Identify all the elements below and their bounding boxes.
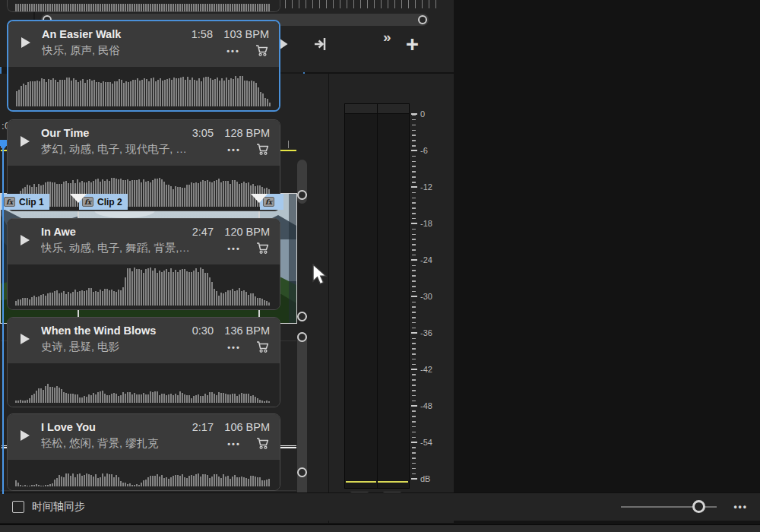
stock-track-card-partial[interactable] <box>7 0 280 12</box>
panel-overflow-button[interactable]: » <box>383 29 391 46</box>
meter-scale-row: dB <box>411 473 430 484</box>
fx-badge[interactable]: fx <box>263 197 274 207</box>
play-track-button[interactable] <box>21 235 30 245</box>
meter-major-tick <box>411 405 417 407</box>
add-to-cart-button[interactable] <box>250 143 270 156</box>
meter-major-tick <box>411 150 417 151</box>
add-to-cart-button[interactable] <box>250 437 270 450</box>
add-to-cart-button[interactable] <box>249 44 269 57</box>
track-waveform[interactable] <box>8 0 280 12</box>
meter-scale-label: dB <box>420 474 430 483</box>
cart-icon <box>256 242 270 255</box>
track-bpm: 106 BPM <box>214 421 270 433</box>
meter-scale-row: -30 <box>411 291 432 302</box>
audio-meter-panel: 0-6-12-18-24-30-36-42-48-54dB S S <box>329 74 454 523</box>
track-waveform[interactable] <box>8 363 280 407</box>
meter-clip-indicator-left[interactable] <box>345 104 377 113</box>
track-waveform[interactable] <box>8 67 279 110</box>
scrollbar-handle-icon[interactable] <box>297 467 307 477</box>
stock-track-card[interactable]: I Love You 2:17 106 BPM 轻松, 悠闲, 背景, 缪扎克 … <box>7 413 280 491</box>
go-to-out-button[interactable] <box>304 30 337 58</box>
add-button[interactable]: + <box>406 32 419 57</box>
track-tags: 快乐, 原声, 民俗 <box>42 43 217 58</box>
meter-floor-left <box>346 481 376 483</box>
meter-major-tick <box>411 332 417 334</box>
track-tags: 梦幻, 动感, 电子, 现代电子, … <box>41 142 218 157</box>
meter-scale-label: -42 <box>420 365 432 374</box>
meter-scale-row: -54 <box>411 437 432 448</box>
meter-major-tick <box>411 113 417 115</box>
track-card-header: An Easier Walk 1:58 103 BPM 快乐, 原声, 民俗 •… <box>8 21 279 67</box>
add-to-cart-button[interactable] <box>250 242 270 255</box>
play-track-button[interactable] <box>21 37 30 48</box>
track-duration: 2:17 <box>179 421 214 433</box>
track-waveform[interactable] <box>8 460 280 490</box>
meter-scale-row: -18 <box>411 218 432 229</box>
track-duration: 0:30 <box>179 325 214 337</box>
meter-scale-label: -24 <box>420 255 432 264</box>
cart-icon <box>255 44 269 57</box>
meter-major-tick <box>411 223 417 224</box>
play-track-button[interactable] <box>21 136 30 147</box>
stock-track-card[interactable]: An Easier Walk 1:58 103 BPM 快乐, 原声, 民俗 •… <box>7 20 280 112</box>
scrollbar-handle-icon[interactable] <box>297 332 307 342</box>
meter-major-tick <box>411 369 417 370</box>
stock-track-card[interactable]: In Awe 2:47 120 BPM 快乐, 动感, 电子, 舞蹈, 背景,…… <box>7 218 280 310</box>
meter-scale-label: -54 <box>420 438 432 447</box>
track-bpm: 136 BPM <box>214 325 270 337</box>
meter-scale: 0-6-12-18-24-30-36-42-48-54dB <box>411 74 454 523</box>
meter-scale-row: 0 <box>411 109 425 119</box>
play-track-button[interactable] <box>21 334 30 344</box>
panel-menu-button[interactable]: ••• <box>733 502 748 512</box>
track-title: I Love You <box>41 421 179 433</box>
meter-clip-indicator-right[interactable] <box>378 104 410 113</box>
track-duration: 3:05 <box>179 127 214 139</box>
timeline-sync-label: 时间轴同步 <box>32 500 85 514</box>
track-tags: 轻松, 悠闲, 背景, 缪扎克 <box>41 436 218 451</box>
track-menu-button[interactable]: ••• <box>218 343 250 352</box>
track-title: An Easier Walk <box>42 28 178 40</box>
play-track-button[interactable] <box>21 430 30 441</box>
track-duration: 2:47 <box>179 226 214 238</box>
meter-scale-label: -12 <box>420 182 432 192</box>
track-bpm: 103 BPM <box>213 28 269 40</box>
track-menu-button[interactable]: ••• <box>218 244 250 253</box>
lower-panel-edge <box>0 524 760 532</box>
track-card-header: When the Wind Blows 0:30 136 BPM 史诗, 悬疑,… <box>8 318 280 363</box>
meter-major-tick <box>411 259 417 261</box>
meter-floor-right <box>378 481 408 483</box>
stock-audio-panel: An Easier Walk 1:58 103 BPM 快乐, 原声, 民俗 •… <box>0 0 305 523</box>
stock-panel-footer: 时间轴同步 ••• <box>0 492 760 521</box>
meter-major-tick <box>411 478 417 480</box>
scrollbar-handle-icon[interactable] <box>297 190 307 200</box>
track-menu-button[interactable]: ••• <box>218 439 250 448</box>
cart-icon <box>256 437 270 450</box>
track-bpm: 120 BPM <box>214 226 270 238</box>
meter-major-tick <box>411 296 417 297</box>
slider-knob[interactable] <box>692 500 705 513</box>
track-title: Our Time <box>41 127 179 139</box>
stock-track-card[interactable]: When the Wind Blows 0:30 136 BPM 史诗, 悬疑,… <box>7 317 280 407</box>
meter-scale-label: -36 <box>420 328 432 337</box>
meter-channel-divider <box>377 113 378 488</box>
fx-badge[interactable]: fx <box>82 197 93 207</box>
track-title: In Awe <box>41 226 179 238</box>
meter-scale-row: -48 <box>411 401 432 411</box>
track-menu-button[interactable]: ••• <box>218 145 250 154</box>
track-menu-button[interactable]: ••• <box>217 46 249 55</box>
meter-scale-row: -36 <box>411 328 432 338</box>
track-bpm: 128 BPM <box>214 127 270 139</box>
meter-major-tick <box>411 186 417 188</box>
track-card-header: I Love You 2:17 106 BPM 轻松, 悠闲, 背景, 缪扎克 … <box>8 414 280 460</box>
track-waveform[interactable] <box>8 264 280 309</box>
meter-scale-label: 0 <box>420 109 425 119</box>
fx-badge[interactable]: fx <box>4 197 15 207</box>
clip-label: Clip 1 <box>19 197 44 207</box>
volume-slider[interactable] <box>621 506 717 508</box>
zoom-handle-right-icon[interactable] <box>418 15 427 24</box>
add-to-cart-button[interactable] <box>250 340 270 353</box>
timeline-playhead-line <box>2 148 4 494</box>
scrollbar-handle-icon[interactable] <box>297 312 307 321</box>
track-tags: 快乐, 动感, 电子, 舞蹈, 背景,… <box>41 241 218 255</box>
timeline-sync-checkbox[interactable] <box>12 501 24 513</box>
